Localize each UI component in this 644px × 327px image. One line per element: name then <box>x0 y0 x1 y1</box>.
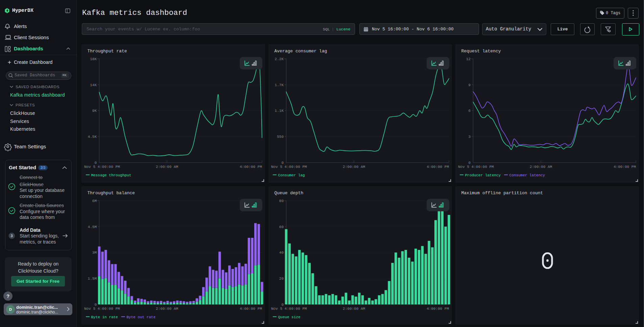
svg-text:12: 12 <box>466 57 471 61</box>
svg-text:14K: 14K <box>90 83 97 87</box>
svg-text:2:00:00 AM: 2:00:00 AM <box>530 165 552 169</box>
svg-text:1.5M: 1.5M <box>88 277 97 281</box>
svg-text:0: 0 <box>281 161 284 165</box>
svg-text:Nov 5 4:00:00 PM: Nov 5 4:00:00 PM <box>271 307 307 311</box>
svg-text:80: 80 <box>279 199 284 203</box>
svg-text:1.7K: 1.7K <box>275 83 284 87</box>
svg-text:Maximum offline partition coun: Maximum offline partition count <box>461 191 543 196</box>
svg-text:9: 9 <box>468 83 471 87</box>
svg-text:Consumer lag: Consumer lag <box>278 173 305 177</box>
svg-text:Nov 5 4:00:00 PM: Nov 5 4:00:00 PM <box>271 165 307 169</box>
svg-text:2:00:00 AM: 2:00:00 AM <box>343 165 365 169</box>
svg-text:2.2K: 2.2K <box>275 57 284 61</box>
svg-text:4.5K: 4.5K <box>88 135 97 139</box>
svg-text:40: 40 <box>279 251 284 255</box>
svg-text:4:00:00 PM: 4:00:00 PM <box>614 165 636 169</box>
svg-text:3M: 3M <box>92 251 97 255</box>
svg-text:Average consumer lag: Average consumer lag <box>275 49 327 54</box>
svg-text:Queue depth: Queue depth <box>275 191 304 196</box>
svg-text:Queue size: Queue size <box>278 315 301 319</box>
svg-text:Producer latency: Producer latency <box>465 173 501 177</box>
svg-text:4:00:00 PM: 4:00:00 PM <box>427 165 449 169</box>
svg-text:1.1K: 1.1K <box>275 109 284 113</box>
svg-text:18K: 18K <box>90 57 97 61</box>
svg-text:60: 60 <box>279 225 284 229</box>
svg-text:Request latency: Request latency <box>461 49 501 54</box>
svg-text:Byte in rate: Byte in rate <box>91 315 118 319</box>
svg-text:4:00:00 PM: 4:00:00 PM <box>240 165 262 169</box>
svg-text:Byte out rate: Byte out rate <box>126 315 156 319</box>
svg-text:0: 0 <box>468 161 471 165</box>
svg-text:4:00:00 PM: 4:00:00 PM <box>427 307 449 311</box>
svg-text:20: 20 <box>279 277 284 281</box>
svg-text:2:00:00 AM: 2:00:00 AM <box>156 165 178 169</box>
svg-text:9K: 9K <box>92 109 97 113</box>
svg-text:3: 3 <box>468 135 471 139</box>
svg-text:4.5M: 4.5M <box>88 225 97 229</box>
svg-text:6: 6 <box>468 109 471 113</box>
svg-text:Message throughput: Message throughput <box>91 173 132 177</box>
svg-text:Throughput rate: Throughput rate <box>88 49 127 54</box>
svg-text:0: 0 <box>94 303 97 307</box>
svg-text:Nov 5 4:00:00 PM: Nov 5 4:00:00 PM <box>458 165 494 169</box>
svg-text:Nov 5 4:00:00 PM: Nov 5 4:00:00 PM <box>84 307 120 311</box>
svg-text:550: 550 <box>277 135 284 139</box>
svg-text:2:00:00 AM: 2:00:00 AM <box>343 307 365 311</box>
svg-text:Nov 5 4:00:00 PM: Nov 5 4:00:00 PM <box>84 165 120 169</box>
svg-text:0: 0 <box>281 303 284 307</box>
svg-text:6M: 6M <box>92 199 97 203</box>
svg-text:0: 0 <box>94 161 97 165</box>
svg-text:2:00:00 AM: 2:00:00 AM <box>156 307 178 311</box>
svg-text:4:00:00 PM: 4:00:00 PM <box>240 307 262 311</box>
svg-text:Consumer latency: Consumer latency <box>509 173 545 177</box>
svg-text:Throughput balance: Throughput balance <box>88 191 135 196</box>
